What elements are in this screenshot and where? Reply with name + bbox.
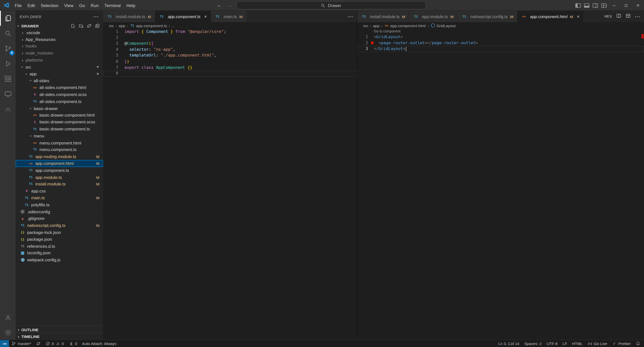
tree-file-app.css[interactable]: #app.css — [16, 188, 103, 194]
more-actions-button[interactable]: ··· — [635, 13, 640, 20]
status-language-mode[interactable]: HTML — [570, 340, 585, 347]
tree-file-.editorconfig[interactable]: .editorconfig — [16, 208, 103, 215]
activity-settings[interactable] — [0, 325, 16, 340]
tree-folder-all-sides[interactable]: ›all-sides — [16, 77, 103, 84]
tab-app.component.ts[interactable]: TSapp.component.ts× — [155, 11, 211, 22]
forward-button[interactable]: → — [227, 3, 232, 8]
tab-install.module.ts[interactable]: TSinstall.module.tsM — [357, 11, 409, 22]
tree-folder-hooks[interactable]: ›hooks — [16, 43, 103, 50]
close-button[interactable]: × — [632, 0, 644, 11]
tree-file-install.module.ts[interactable]: TSinstall.module.tsM — [16, 181, 103, 187]
tree-folder-src[interactable]: ›src — [16, 64, 103, 70]
tree-folder-menu[interactable]: ›menu — [16, 132, 103, 139]
tree-file-references.d.ts[interactable]: TSreferences.d.ts — [16, 243, 103, 250]
tree-folder-basic-drawer[interactable]: ›basic-drawer — [16, 105, 103, 112]
status-encoding[interactable]: UTF-8 — [544, 340, 560, 347]
command-center-search[interactable]: Drawer — [236, 1, 426, 10]
tree-folder-platforms[interactable]: ›platforms — [16, 57, 103, 64]
tree-file-app.module.ts[interactable]: TSapp.module.tsM — [16, 174, 103, 181]
tree-folder-.vscode[interactable]: ›.vscode — [16, 29, 103, 36]
status-cursor-position[interactable]: Ln 3, Col 14 — [496, 340, 522, 347]
minimize-button[interactable]: – — [608, 0, 620, 11]
tree-file-.gitignore[interactable]: ◆.gitignore — [16, 215, 103, 222]
tab-nativescript.config.ts[interactable]: TSnativescript.config.tsM — [458, 11, 517, 22]
activity-search[interactable] — [0, 26, 16, 41]
code-editor[interactable]: 1import { Component } from "@angular/cor… — [103, 29, 357, 340]
menu-view[interactable]: View — [61, 0, 76, 10]
back-button[interactable]: ← — [217, 3, 222, 8]
tree-file-basic-drawer.component.scss[interactable]: Sbasic-drawer.component.scss — [16, 119, 103, 125]
tree-file-app.component.html[interactable]: <>app.component.htmlM — [16, 160, 103, 167]
status-sync[interactable] — [34, 340, 43, 347]
status-prettier[interactable]: ✓Prettier — [610, 340, 633, 347]
menu-file[interactable]: File — [12, 0, 24, 10]
layout-panel-button[interactable] — [582, 0, 591, 11]
tree-folder-node_modules[interactable]: ›node_modules — [16, 50, 103, 57]
tab-install.module.ts[interactable]: TSinstall.module.tsM — [103, 11, 155, 22]
tab-app.module.ts[interactable]: TSapp.module.tsM — [409, 11, 458, 22]
code-line-6[interactable]: 6}) — [103, 59, 357, 65]
close-tab-icon[interactable]: × — [577, 14, 580, 19]
status-indentation[interactable]: Spaces: 2 — [522, 340, 544, 347]
menu-go[interactable]: Go — [76, 0, 88, 10]
tree-file-polyfills.ts[interactable]: TSpolyfills.ts — [16, 202, 103, 208]
tree-file-nativescript.config.ts[interactable]: TSnativescript.config.tsM — [16, 222, 103, 229]
code-line-1[interactable]: 1<GridLayout> — [357, 34, 644, 40]
status-git-branch[interactable]: master* — [9, 340, 34, 347]
breadcrumb-item[interactable]: app — [119, 23, 125, 28]
section-timeline[interactable]: ›TIMELINE — [16, 333, 103, 340]
activity-remote-explorer[interactable] — [0, 86, 16, 102]
tree-file-app.component.ts[interactable]: TSapp.component.ts — [16, 167, 103, 174]
breadcrumb-item[interactable]: <>app.component.html — [384, 23, 426, 28]
menu-terminal[interactable]: Terminal — [101, 0, 124, 10]
code-line-7[interactable]: 7export class AppComponent {} — [103, 65, 357, 71]
tree-file-all-sides.component.scss[interactable]: Sall-sides.component.scss — [16, 91, 103, 98]
more-actions-icon[interactable]: ··· — [93, 14, 99, 19]
tree-file-tsconfig.json[interactable]: tsconfig.json — [16, 250, 103, 256]
status-auto-attach[interactable]: Auto Attach: Always — [80, 340, 119, 347]
code-line-8[interactable]: 8 — [103, 71, 357, 77]
status-ports[interactable]: 0 — [66, 340, 80, 347]
maximize-button[interactable] — [620, 0, 632, 11]
activity-docker[interactable] — [0, 102, 16, 117]
breadcrumb-item[interactable]: ... — [172, 23, 175, 28]
tree-file-menu.component.html[interactable]: <>menu.component.html — [16, 139, 103, 146]
tree-file-all-sides.component.ts[interactable]: TSall-sides.component.ts — [16, 98, 103, 105]
breadcrumb-item[interactable]: src — [363, 23, 368, 28]
menu-help[interactable]: Help — [124, 0, 138, 10]
section-drawer[interactable]: › DRAWER — [16, 23, 103, 29]
code-line-3[interactable]: 3</GridLayout> — [357, 46, 644, 52]
activity-run-debug[interactable] — [0, 56, 16, 71]
activity-explorer[interactable] — [0, 11, 16, 26]
status-notifications[interactable] — [633, 340, 643, 347]
tree-file-basic-drawer.component.ts[interactable]: TSbasic-drawer.component.ts — [16, 126, 103, 132]
code-editor[interactable]: Go to component1<GridLayout>2 <page-rout… — [357, 29, 644, 340]
close-tab-icon[interactable]: × — [204, 14, 207, 19]
layout-customize-button[interactable] — [600, 0, 608, 11]
status-eol[interactable]: LF — [560, 340, 570, 347]
remote-indicator[interactable]: >< — [0, 340, 9, 347]
split-editor-button[interactable] — [616, 13, 621, 20]
breadcrumb-item[interactable]: src — [109, 23, 114, 28]
tree-file-all-sides.component.html[interactable]: <>all-sides.component.html — [16, 84, 103, 91]
tree-file-package-lock.json[interactable]: {}package-lock.json — [16, 229, 103, 236]
tree-file-package.json[interactable]: {}package.json — [16, 236, 103, 243]
layout-sidebar-right-button[interactable] — [591, 0, 599, 11]
tree-folder-App_Resources[interactable]: ›App_Resources — [16, 36, 103, 43]
tree-file-webpack.config.js[interactable]: webpack.config.js — [16, 257, 103, 263]
code-line-1[interactable]: 1import { Component } from "@angular/cor… — [103, 29, 357, 35]
menu-run[interactable]: Run — [88, 0, 101, 10]
activity-accounts[interactable] — [0, 310, 16, 325]
menu-selection[interactable]: Selection — [38, 0, 61, 10]
editor-layout-button[interactable] — [626, 13, 631, 20]
more-actions-button[interactable]: ··· — [348, 13, 353, 20]
code-line-4[interactable]: 4 selector: "ns-app", — [103, 47, 357, 53]
section-outline[interactable]: ›OUTLINE — [16, 326, 103, 333]
activity-extensions[interactable] — [0, 71, 16, 86]
activity-source-control[interactable]: 6 — [0, 41, 16, 56]
new-folder-button[interactable] — [78, 23, 84, 29]
layout-sidebar-left-button[interactable] — [574, 0, 582, 11]
code-line-2[interactable]: 2 <page-router-outlet></page-router-outl… — [357, 40, 644, 46]
breadcrumb-item[interactable]: GridLayout — [430, 23, 455, 28]
breadcrumb-item[interactable]: app — [373, 23, 379, 28]
